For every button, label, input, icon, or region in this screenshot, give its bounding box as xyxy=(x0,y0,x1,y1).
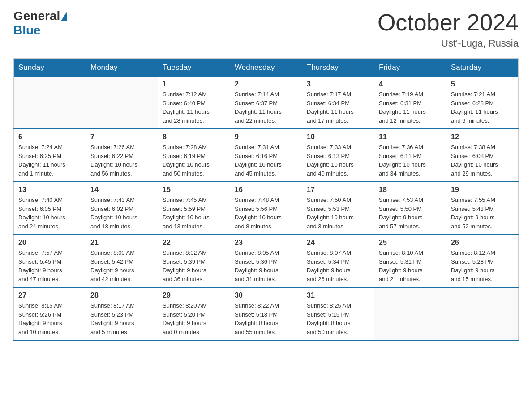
calendar-cell: 28Sunrise: 8:17 AMSunset: 5:23 PMDayligh… xyxy=(86,287,158,340)
logo-triangle-icon xyxy=(61,11,67,21)
logo-blue-text: Blue xyxy=(13,23,41,38)
location: Ust'-Luga, Russia xyxy=(378,38,519,49)
calendar-cell: 20Sunrise: 7:57 AMSunset: 5:45 PMDayligh… xyxy=(14,235,86,287)
day-info: Sunrise: 8:25 AMSunset: 5:15 PMDaylight:… xyxy=(307,301,369,336)
logo: General Blue xyxy=(13,9,67,38)
title-section: October 2024 Ust'-Luga, Russia xyxy=(378,9,519,49)
weekday-header-row: SundayMondayTuesdayWednesdayThursdayFrid… xyxy=(14,59,519,77)
day-info: Sunrise: 8:20 AMSunset: 5:20 PMDaylight:… xyxy=(163,301,225,336)
day-number: 8 xyxy=(163,133,225,141)
calendar-cell: 6Sunrise: 7:24 AMSunset: 6:25 PMDaylight… xyxy=(14,129,86,182)
day-info: Sunrise: 7:31 AMSunset: 6:16 PMDaylight:… xyxy=(235,143,297,178)
day-number: 28 xyxy=(90,291,153,300)
calendar-cell: 15Sunrise: 7:45 AMSunset: 5:59 PMDayligh… xyxy=(158,182,230,235)
calendar-cell: 7Sunrise: 7:26 AMSunset: 6:22 PMDaylight… xyxy=(86,129,158,182)
weekday-header-sunday: Sunday xyxy=(14,59,86,77)
calendar-cell: 22Sunrise: 8:02 AMSunset: 5:39 PMDayligh… xyxy=(158,235,230,287)
calendar-cell: 3Sunrise: 7:17 AMSunset: 6:34 PMDaylight… xyxy=(302,77,374,129)
day-info: Sunrise: 8:10 AMSunset: 5:31 PMDaylight:… xyxy=(379,248,442,283)
calendar-cell: 8Sunrise: 7:28 AMSunset: 6:19 PMDaylight… xyxy=(158,129,230,182)
day-info: Sunrise: 7:48 AMSunset: 5:56 PMDaylight:… xyxy=(235,196,297,231)
day-info: Sunrise: 8:17 AMSunset: 5:23 PMDaylight:… xyxy=(90,301,153,336)
calendar-cell: 18Sunrise: 7:53 AMSunset: 5:50 PMDayligh… xyxy=(374,182,446,235)
day-info: Sunrise: 7:55 AMSunset: 5:48 PMDaylight:… xyxy=(451,196,514,231)
day-number: 3 xyxy=(307,80,369,88)
calendar-cell: 27Sunrise: 8:15 AMSunset: 5:26 PMDayligh… xyxy=(14,287,86,340)
calendar-cell: 16Sunrise: 7:48 AMSunset: 5:56 PMDayligh… xyxy=(230,182,302,235)
calendar-cell: 9Sunrise: 7:31 AMSunset: 6:16 PMDaylight… xyxy=(230,129,302,182)
weekday-header-saturday: Saturday xyxy=(446,59,519,77)
day-number: 11 xyxy=(379,133,442,141)
day-number: 7 xyxy=(90,133,153,141)
day-number: 25 xyxy=(379,239,442,247)
calendar-cell: 21Sunrise: 8:00 AMSunset: 5:42 PMDayligh… xyxy=(86,235,158,287)
day-number: 5 xyxy=(451,80,514,88)
day-info: Sunrise: 8:05 AMSunset: 5:36 PMDaylight:… xyxy=(235,248,297,283)
day-info: Sunrise: 7:26 AMSunset: 6:22 PMDaylight:… xyxy=(90,143,153,178)
calendar-cell: 2Sunrise: 7:14 AMSunset: 6:37 PMDaylight… xyxy=(230,77,302,129)
day-info: Sunrise: 7:17 AMSunset: 6:34 PMDaylight:… xyxy=(307,90,369,125)
calendar-table: SundayMondayTuesdayWednesdayThursdayFrid… xyxy=(13,58,519,341)
weekday-header-wednesday: Wednesday xyxy=(230,59,302,77)
page-header: General Blue October 2024 Ust'-Luga, Rus… xyxy=(13,9,519,49)
calendar-cell xyxy=(14,77,86,129)
day-number: 12 xyxy=(451,133,514,141)
day-info: Sunrise: 7:19 AMSunset: 6:31 PMDaylight:… xyxy=(379,90,442,125)
month-title: October 2024 xyxy=(378,9,519,36)
day-number: 1 xyxy=(163,80,225,88)
calendar-cell: 24Sunrise: 8:07 AMSunset: 5:34 PMDayligh… xyxy=(302,235,374,287)
calendar-cell: 1Sunrise: 7:12 AMSunset: 6:40 PMDaylight… xyxy=(158,77,230,129)
day-number: 15 xyxy=(163,186,225,194)
day-info: Sunrise: 7:36 AMSunset: 6:11 PMDaylight:… xyxy=(379,143,442,178)
day-info: Sunrise: 7:33 AMSunset: 6:13 PMDaylight:… xyxy=(307,143,369,178)
day-number: 14 xyxy=(90,186,153,194)
day-info: Sunrise: 8:15 AMSunset: 5:26 PMDaylight:… xyxy=(18,301,81,336)
calendar-cell: 10Sunrise: 7:33 AMSunset: 6:13 PMDayligh… xyxy=(302,129,374,182)
calendar-cell: 30Sunrise: 8:22 AMSunset: 5:18 PMDayligh… xyxy=(230,287,302,340)
calendar-cell: 17Sunrise: 7:50 AMSunset: 5:53 PMDayligh… xyxy=(302,182,374,235)
day-number: 26 xyxy=(451,239,514,247)
weekday-header-friday: Friday xyxy=(374,59,446,77)
day-number: 21 xyxy=(90,239,153,247)
calendar-cell: 12Sunrise: 7:38 AMSunset: 6:08 PMDayligh… xyxy=(446,129,519,182)
calendar-week-row: 1Sunrise: 7:12 AMSunset: 6:40 PMDaylight… xyxy=(14,77,519,129)
day-info: Sunrise: 7:45 AMSunset: 5:59 PMDaylight:… xyxy=(163,196,225,231)
day-info: Sunrise: 7:28 AMSunset: 6:19 PMDaylight:… xyxy=(163,143,225,178)
day-number: 17 xyxy=(307,186,369,194)
day-number: 29 xyxy=(163,291,225,300)
day-number: 27 xyxy=(18,291,81,300)
day-info: Sunrise: 7:14 AMSunset: 6:37 PMDaylight:… xyxy=(235,90,297,125)
day-number: 4 xyxy=(379,80,442,88)
calendar-cell xyxy=(86,77,158,129)
day-number: 13 xyxy=(18,186,81,194)
weekday-header-thursday: Thursday xyxy=(302,59,374,77)
calendar-cell: 23Sunrise: 8:05 AMSunset: 5:36 PMDayligh… xyxy=(230,235,302,287)
day-number: 16 xyxy=(235,186,297,194)
calendar-cell: 31Sunrise: 8:25 AMSunset: 5:15 PMDayligh… xyxy=(302,287,374,340)
calendar-cell: 19Sunrise: 7:55 AMSunset: 5:48 PMDayligh… xyxy=(446,182,519,235)
day-number: 19 xyxy=(451,186,514,194)
calendar-week-row: 20Sunrise: 7:57 AMSunset: 5:45 PMDayligh… xyxy=(14,235,519,287)
day-info: Sunrise: 7:43 AMSunset: 6:02 PMDaylight:… xyxy=(90,196,153,231)
day-info: Sunrise: 8:02 AMSunset: 5:39 PMDaylight:… xyxy=(163,248,225,283)
day-info: Sunrise: 8:12 AMSunset: 5:28 PMDaylight:… xyxy=(451,248,514,283)
day-info: Sunrise: 7:24 AMSunset: 6:25 PMDaylight:… xyxy=(18,143,81,178)
day-number: 2 xyxy=(235,80,297,88)
day-number: 6 xyxy=(18,133,81,141)
day-number: 20 xyxy=(18,239,81,247)
day-info: Sunrise: 7:40 AMSunset: 6:05 PMDaylight:… xyxy=(18,196,81,231)
day-number: 24 xyxy=(307,239,369,247)
day-number: 10 xyxy=(307,133,369,141)
calendar-cell xyxy=(446,287,519,340)
weekday-header-tuesday: Tuesday xyxy=(158,59,230,77)
day-number: 31 xyxy=(307,291,369,300)
calendar-week-row: 27Sunrise: 8:15 AMSunset: 5:26 PMDayligh… xyxy=(14,287,519,340)
day-info: Sunrise: 8:07 AMSunset: 5:34 PMDaylight:… xyxy=(307,248,369,283)
day-info: Sunrise: 8:00 AMSunset: 5:42 PMDaylight:… xyxy=(90,248,153,283)
day-number: 30 xyxy=(235,291,297,300)
calendar-week-row: 13Sunrise: 7:40 AMSunset: 6:05 PMDayligh… xyxy=(14,182,519,235)
calendar-cell: 4Sunrise: 7:19 AMSunset: 6:31 PMDaylight… xyxy=(374,77,446,129)
calendar-cell: 26Sunrise: 8:12 AMSunset: 5:28 PMDayligh… xyxy=(446,235,519,287)
day-number: 18 xyxy=(379,186,442,194)
day-number: 23 xyxy=(235,239,297,247)
